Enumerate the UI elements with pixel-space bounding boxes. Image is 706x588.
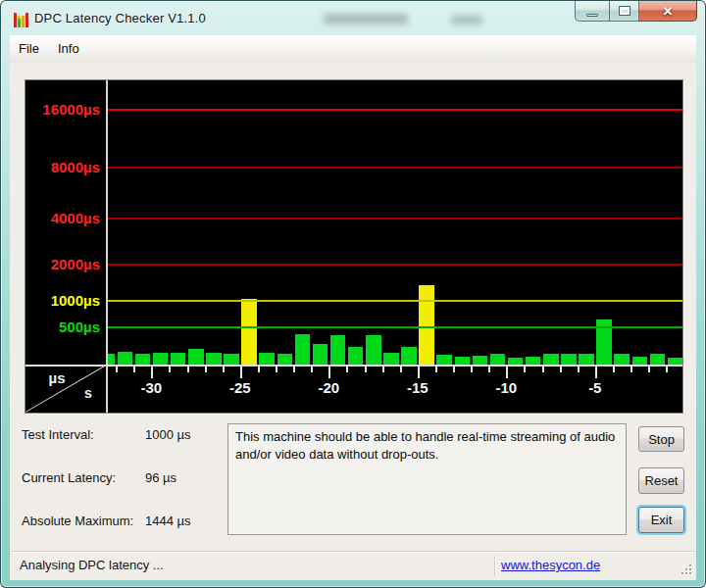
x-tick-major bbox=[418, 367, 420, 378]
x-tick-label--30: -30 bbox=[129, 379, 173, 396]
y-axis-label-1000us: 1000µs bbox=[25, 291, 100, 311]
x-axis-baseline bbox=[25, 365, 682, 367]
maximize-button[interactable] bbox=[610, 1, 639, 22]
x-tick-label--5: -5 bbox=[574, 379, 617, 396]
y-axis-label-500us: 500µs bbox=[25, 318, 100, 337]
menu-info[interactable]: Info bbox=[51, 39, 86, 59]
status-text: Analysing DPC latency ... bbox=[20, 553, 164, 578]
gridline-4000us bbox=[108, 218, 682, 220]
gridline-8000us bbox=[108, 167, 682, 169]
x-tick-label--25: -25 bbox=[219, 379, 262, 396]
minimize-button[interactable] bbox=[575, 1, 610, 22]
chart-plot-area bbox=[108, 80, 682, 365]
stat-value-3: 1444 µs bbox=[145, 514, 191, 528]
maximize-icon bbox=[619, 6, 630, 16]
latency-bar bbox=[561, 354, 577, 365]
latency-bar bbox=[348, 347, 364, 365]
aero-reflection bbox=[451, 16, 482, 24]
gridline-500us bbox=[108, 326, 682, 328]
close-button[interactable]: ✕ bbox=[639, 1, 697, 22]
stat-label-1: Test Interval: bbox=[22, 427, 94, 442]
stat-label-2: Current Latency: bbox=[22, 470, 116, 485]
gridline-2000us bbox=[108, 264, 682, 266]
x-tick-label--15: -15 bbox=[396, 379, 439, 396]
latency-bar bbox=[277, 354, 293, 365]
x-tick-major bbox=[240, 367, 242, 378]
latency-bar bbox=[366, 335, 381, 365]
x-tick-minor bbox=[666, 367, 668, 372]
x-tick-minor bbox=[311, 367, 313, 372]
latency-chart: µs s 16000µs8000µs4000µs2000µs1000µs500µ… bbox=[25, 79, 683, 414]
latency-bar bbox=[295, 334, 311, 365]
latency-bar bbox=[401, 347, 417, 365]
latency-bar-warning bbox=[241, 299, 257, 365]
menu-bar: FileInfo bbox=[10, 35, 696, 63]
reset-button[interactable]: Reset bbox=[638, 467, 684, 494]
latency-bar bbox=[526, 357, 541, 365]
latency-bar bbox=[188, 349, 204, 365]
x-tick-label--20: -20 bbox=[307, 379, 350, 396]
thesycon-link[interactable]: www.thesycon.de bbox=[501, 553, 600, 578]
gridline-16000us bbox=[108, 109, 682, 111]
app-icon bbox=[14, 11, 28, 27]
x-tick-minor bbox=[382, 367, 384, 372]
latency-bar bbox=[330, 335, 346, 365]
x-tick-major bbox=[595, 367, 597, 378]
latency-bar bbox=[108, 354, 115, 365]
x-tick-minor bbox=[524, 367, 526, 372]
assessment-text: This machine should be able to handle re… bbox=[235, 429, 615, 462]
x-tick-major bbox=[506, 367, 508, 378]
x-tick-minor bbox=[578, 367, 580, 372]
x-tick-minor bbox=[560, 367, 562, 372]
latency-bar bbox=[455, 357, 471, 365]
aero-reflection bbox=[324, 14, 408, 24]
x-axis-unit-label: s bbox=[76, 385, 100, 401]
x-tick-minor bbox=[365, 367, 367, 372]
stat-value-1: 1000 µs bbox=[145, 427, 191, 442]
x-tick-major bbox=[151, 367, 153, 378]
exit-button[interactable]: Exit bbox=[638, 507, 684, 533]
stat-label-3: Absolute Maximum: bbox=[22, 514, 133, 528]
x-tick-minor bbox=[133, 367, 135, 372]
y-axis-label-4000us: 4000µs bbox=[25, 209, 100, 228]
x-tick-minor bbox=[471, 367, 473, 372]
x-tick-minor bbox=[453, 367, 455, 372]
x-tick-label--10: -10 bbox=[484, 379, 528, 396]
latency-bar bbox=[490, 354, 506, 365]
x-tick-minor bbox=[276, 367, 277, 372]
title-bar[interactable]: DPC Latency Checker V1.1.0 ✕ bbox=[0, 0, 706, 35]
latency-bar bbox=[118, 352, 133, 365]
client-area: µs s 16000µs8000µs4000µs2000µs1000µs500µ… bbox=[10, 63, 696, 580]
x-tick-major bbox=[328, 367, 330, 378]
gridline-1000us bbox=[108, 300, 682, 302]
latency-bar-warning bbox=[419, 285, 434, 365]
menu-file[interactable]: File bbox=[12, 39, 46, 59]
x-tick-minor bbox=[293, 367, 295, 372]
stop-button[interactable]: Stop bbox=[638, 426, 684, 452]
x-tick-minor bbox=[223, 367, 225, 372]
latency-bar bbox=[313, 344, 328, 365]
status-bar: Analysing DPC latency ... www.thesycon.d… bbox=[10, 553, 696, 580]
x-tick-minor bbox=[400, 367, 402, 372]
latency-bar bbox=[614, 354, 630, 365]
latency-bar bbox=[135, 354, 151, 365]
resize-grip[interactable] bbox=[680, 563, 691, 574]
x-tick-minor bbox=[488, 367, 490, 372]
window-controls: ✕ bbox=[575, 1, 697, 22]
close-icon: ✕ bbox=[663, 5, 674, 18]
latency-bar bbox=[383, 353, 399, 366]
x-tick-minor bbox=[169, 367, 171, 372]
app-window: DPC Latency Checker V1.1.0 ✕ FileInfo µs… bbox=[0, 0, 706, 588]
x-tick-minor bbox=[346, 367, 348, 372]
x-tick-minor bbox=[542, 367, 544, 372]
window-title: DPC Latency Checker V1.1.0 bbox=[34, 11, 206, 25]
latency-bar bbox=[206, 353, 222, 366]
x-tick-minor bbox=[648, 367, 650, 372]
y-axis-label-8000us: 8000µs bbox=[25, 158, 100, 177]
latency-bar bbox=[259, 353, 275, 366]
x-tick-minor bbox=[205, 367, 207, 372]
latency-bar bbox=[473, 356, 488, 365]
assessment-text-box: This machine should be able to handle re… bbox=[227, 423, 627, 535]
x-tick-minor bbox=[630, 367, 632, 372]
x-tick-minor bbox=[435, 367, 437, 372]
